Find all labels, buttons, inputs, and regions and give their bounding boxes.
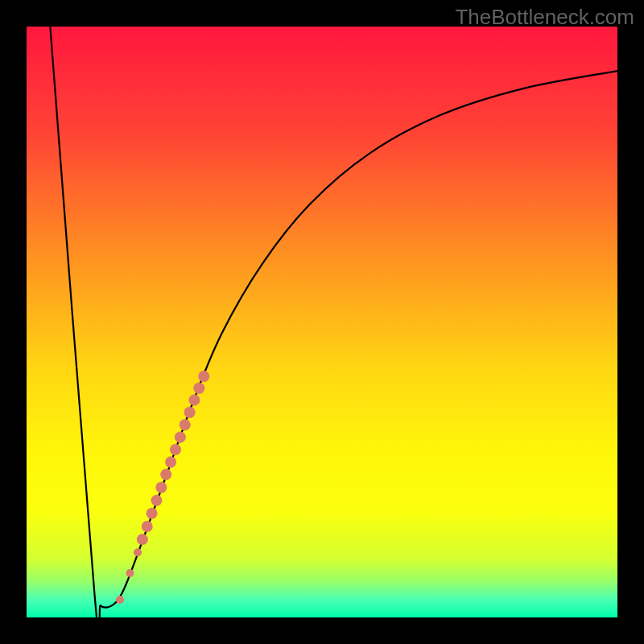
highlight-marker — [165, 456, 176, 468]
highlight-marker — [116, 596, 124, 604]
highlight-marker — [134, 548, 142, 556]
plot-background — [27, 27, 617, 617]
highlight-marker — [142, 521, 153, 532]
watermark-text: TheBottleneck.com — [455, 5, 634, 30]
highlight-marker — [188, 394, 200, 406]
highlight-marker — [147, 508, 158, 519]
plot-area — [27, 27, 617, 617]
highlight-marker — [126, 569, 134, 577]
highlight-marker — [160, 469, 171, 480]
highlight-marker — [198, 371, 209, 382]
highlight-marker — [151, 495, 162, 506]
highlight-marker — [137, 534, 148, 545]
highlight-marker — [175, 431, 186, 443]
chart-frame: TheBottleneck.com — [0, 0, 644, 644]
highlight-marker — [193, 382, 204, 394]
plot-svg — [27, 27, 617, 617]
highlight-marker — [184, 407, 196, 418]
highlight-marker — [180, 419, 191, 431]
highlight-marker — [170, 444, 181, 456]
highlight-marker — [155, 482, 167, 493]
